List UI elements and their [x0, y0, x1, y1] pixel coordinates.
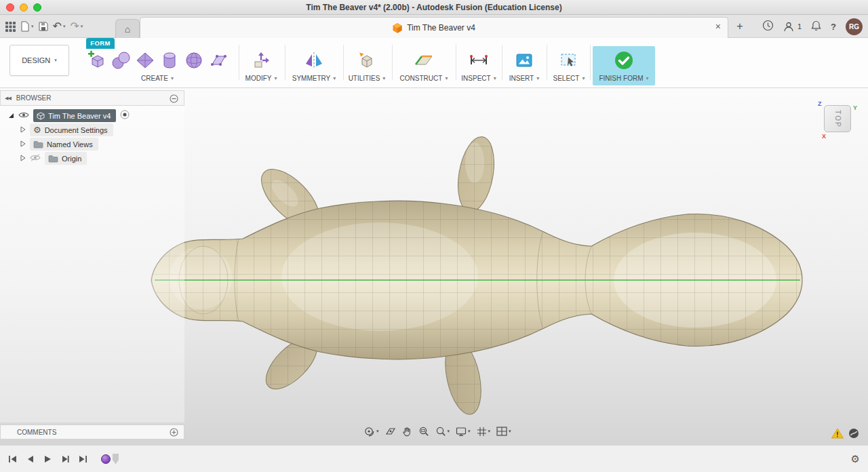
warning-triangle-icon[interactable]: [831, 428, 844, 441]
status-badge-icon[interactable]: [848, 428, 859, 441]
new-tab-button[interactable]: +: [732, 19, 747, 34]
panel-display-settings-icon[interactable]: [170, 94, 178, 105]
measure-button[interactable]: [468, 50, 490, 71]
activate-component-radio[interactable]: [120, 110, 130, 121]
expander-icon[interactable]: [20, 139, 26, 149]
step-back-button[interactable]: [26, 455, 35, 463]
step-forward-button[interactable]: [61, 455, 70, 463]
browser-item[interactable]: Origin: [45, 152, 87, 165]
timeline-settings-gear-icon[interactable]: ⚙: [851, 453, 860, 465]
chevron-down-icon: ▾: [54, 58, 57, 63]
ribbon-group-symmetry-dropdown[interactable]: SYMMETRY ▾: [288, 75, 340, 82]
ribbon-group-utilities-dropdown[interactable]: UTILITIES ▾: [344, 75, 389, 82]
fusion-document-cube-icon: [393, 23, 402, 33]
zoom-button[interactable]: ▾: [435, 426, 450, 437]
ribbon-group-modify-dropdown[interactable]: MODIFY ▾: [241, 75, 281, 82]
notifications-bell-icon[interactable]: [811, 20, 821, 33]
construct-plane-button[interactable]: [413, 50, 435, 71]
redo-button[interactable]: ↷ ▾: [70, 21, 83, 32]
job-status-clock-icon[interactable]: [762, 20, 774, 33]
collaborators-button[interactable]: [783, 22, 794, 32]
ribbon-divider: [285, 45, 285, 80]
browser-root-item[interactable]: Tim The Beaver v4: [33, 109, 116, 122]
help-icon[interactable]: ?: [831, 22, 836, 32]
create-cylinder-button[interactable]: [159, 50, 180, 71]
form-context-tab[interactable]: FORM: [86, 38, 115, 49]
workspace-selector-button[interactable]: DESIGN ▾: [9, 45, 69, 76]
home-tab-button[interactable]: ⌂: [115, 19, 140, 38]
collapse-panel-icon[interactable]: ◀◀: [5, 96, 11, 101]
zoom-window-button[interactable]: [418, 426, 429, 437]
ribbon-group-inspect-dropdown[interactable]: INSPECT ▾: [457, 75, 500, 82]
avatar[interactable]: RG: [846, 18, 863, 35]
edit-form-button[interactable]: [250, 50, 272, 71]
beaver-model[interactable]: [146, 132, 810, 424]
display-settings-button[interactable]: ▾: [456, 427, 471, 437]
grid-snaps-button[interactable]: ▾: [477, 427, 491, 437]
visibility-eye-off-icon[interactable]: [30, 153, 41, 163]
viewcube-axis-z: Z: [818, 100, 822, 107]
create-plane-button[interactable]: [208, 50, 229, 71]
chevron-down-icon: ▾: [494, 75, 496, 81]
expander-icon[interactable]: [20, 153, 26, 163]
ribbon-group-create: CREATE ▾: [79, 49, 236, 82]
utilities-button[interactable]: [356, 50, 378, 71]
browser-row-document-settings[interactable]: ⚙ Document Settings: [20, 123, 113, 137]
timeline-playhead[interactable]: [113, 454, 119, 465]
insert-canvas-button[interactable]: [513, 50, 535, 71]
fullscreen-window-button[interactable]: [33, 3, 41, 12]
browser-item[interactable]: ⚙ Document Settings: [30, 123, 113, 136]
look-at-button[interactable]: [385, 426, 396, 437]
folder-icon: [33, 140, 43, 149]
close-window-button[interactable]: [6, 3, 14, 12]
zoom-window-icon: [418, 426, 429, 437]
browser-row-named-views[interactable]: Named Views: [20, 137, 98, 151]
ribbon-group-insert-dropdown[interactable]: INSERT ▾: [503, 75, 545, 82]
visibility-eye-icon[interactable]: [18, 111, 29, 121]
timeline-form-feature-icon[interactable]: [101, 454, 111, 464]
window-title: Tim The Beaver v4* (2.00b) - Autodesk Fu…: [0, 0, 868, 15]
ribbon-group-finish-form-dropdown[interactable]: FINISH FORM ▾: [593, 75, 655, 82]
document-tab[interactable]: Tim The Beaver v4 ×: [140, 17, 728, 38]
ribbon-group-select-dropdown[interactable]: SELECT ▾: [548, 75, 590, 82]
create-sphere-pair-button[interactable]: [110, 50, 132, 71]
save-button[interactable]: [39, 22, 48, 31]
mirror-symmetry-button[interactable]: [303, 50, 325, 71]
comments-bar[interactable]: COMMENTS: [0, 425, 184, 439]
expander-icon[interactable]: [20, 125, 26, 135]
add-comment-icon[interactable]: [170, 428, 178, 439]
create-quadball-button[interactable]: [183, 50, 205, 71]
minimize-window-button[interactable]: [20, 3, 28, 12]
browser-row-origin[interactable]: Origin: [20, 151, 87, 165]
app-grid-icon[interactable]: [5, 22, 16, 32]
ribbon-group-create-dropdown[interactable]: CREATE ▾: [79, 75, 236, 82]
create-box-button[interactable]: [85, 50, 107, 71]
browser-item[interactable]: Named Views: [30, 138, 98, 151]
tabrow-right-cluster: 1 ? RG: [762, 15, 863, 38]
viewcube[interactable]: Z Y X TOP: [816, 100, 857, 140]
ribbon-group-construct-dropdown[interactable]: CONSTRUCT ▾: [393, 75, 454, 82]
create-torus-button[interactable]: [134, 50, 156, 71]
browser-title: BROWSER: [16, 94, 52, 102]
grid-icon: [477, 427, 487, 437]
finish-form-button[interactable]: [612, 49, 635, 72]
expander-icon[interactable]: [8, 111, 14, 121]
orbit-button[interactable]: ▾: [363, 426, 379, 437]
viewcube-top-face[interactable]: TOP: [824, 105, 851, 132]
browser-row-root[interactable]: Tim The Beaver v4: [8, 109, 130, 123]
ribbon-divider: [547, 45, 547, 80]
chevron-down-icon: ▾: [468, 429, 471, 434]
play-button[interactable]: [43, 455, 52, 463]
select-tool-button[interactable]: [558, 50, 580, 71]
file-menu-button[interactable]: ▾: [20, 21, 34, 32]
ribbon-group-construct: CONSTRUCT ▾: [393, 49, 454, 82]
viewports-button[interactable]: ▾: [496, 427, 511, 436]
skip-to-end-button[interactable]: [79, 455, 87, 463]
close-tab-icon[interactable]: ×: [715, 22, 721, 31]
tab-row: ▾ ↶ ▾ ↷ ▾ ⌂ Tim The Beaver v4 × +: [0, 15, 868, 38]
skip-to-start-button[interactable]: [8, 455, 17, 463]
viewcube-face-label: TOP: [833, 110, 841, 127]
undo-button[interactable]: ↶ ▾: [53, 21, 66, 32]
ribbon-group-modify: MODIFY ▾: [241, 49, 281, 82]
pan-button[interactable]: [402, 426, 412, 437]
